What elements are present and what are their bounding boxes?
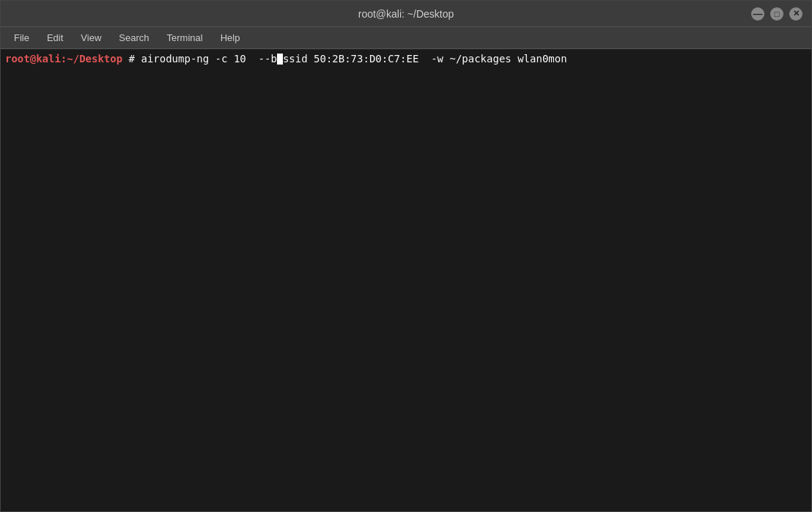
window-controls: — □ ✕ xyxy=(751,7,802,21)
menu-file[interactable]: File xyxy=(7,30,37,45)
terminal-line-1: root@kali:~/Desktop # airodump-ng -c 10 … xyxy=(5,52,807,67)
menu-search[interactable]: Search xyxy=(111,30,156,45)
terminal-window: root@kali: ~/Desktop — □ ✕ File Edit Vie… xyxy=(0,0,812,512)
minimize-icon: — xyxy=(753,8,763,19)
terminal-body[interactable]: root@kali:~/Desktop # airodump-ng -c 10 … xyxy=(1,49,811,511)
menu-view[interactable]: View xyxy=(73,30,108,45)
menu-edit[interactable]: Edit xyxy=(40,30,70,45)
menu-help[interactable]: Help xyxy=(213,30,248,45)
window-title: root@kali: ~/Desktop xyxy=(358,8,454,20)
menu-terminal[interactable]: Terminal xyxy=(160,30,210,45)
title-bar: root@kali: ~/Desktop — □ ✕ xyxy=(1,1,811,27)
minimize-button[interactable]: — xyxy=(751,7,764,21)
maximize-button[interactable]: □ xyxy=(770,7,783,21)
menu-bar: File Edit View Search Terminal Help xyxy=(1,27,811,49)
terminal-prompt-dollar: # xyxy=(129,52,141,67)
close-button[interactable]: ✕ xyxy=(789,7,802,21)
close-icon: ✕ xyxy=(793,9,800,18)
terminal-prompt-hash xyxy=(122,52,128,67)
terminal-command: airodump-ng -c 10 --b xyxy=(141,52,276,67)
maximize-icon: □ xyxy=(775,10,780,18)
terminal-cursor xyxy=(277,54,283,65)
terminal-prompt-user: root@kali:~/Desktop xyxy=(5,52,122,67)
terminal-command-rest: ssid 50:2B:73:D0:C7:EE -w ~/packages wla… xyxy=(283,52,567,67)
